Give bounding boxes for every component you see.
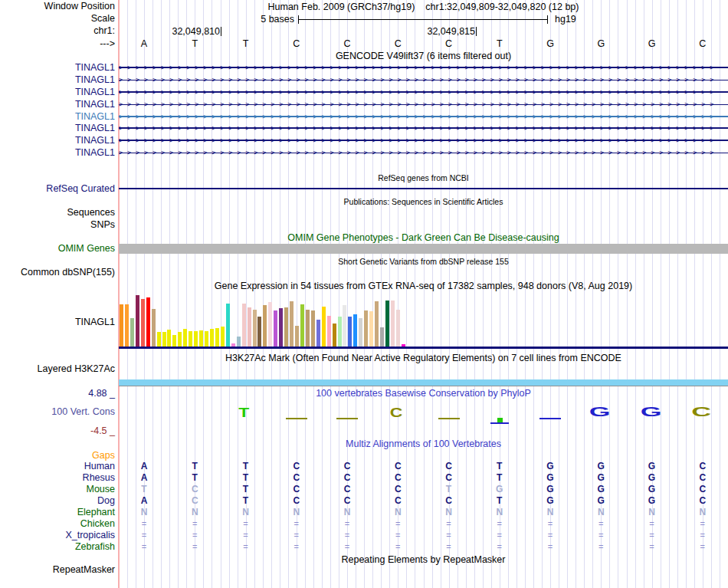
genome-build-label: hg19 <box>555 14 576 25</box>
gtex-bar <box>253 310 257 347</box>
gene-label-tinagl1-7[interactable]: TINAGL1 <box>75 136 115 146</box>
alignment-base: = <box>271 519 322 528</box>
gtex-bar <box>274 310 277 347</box>
alignment-base: = <box>525 542 576 551</box>
gtex-baseline <box>119 347 728 349</box>
gene-transcript-row[interactable]: >>>>>>>>>>>>>>>>>>>>>>>>>>>>>>>>>>>>>>>>… <box>119 75 728 84</box>
phylop-logo-letter: C <box>691 406 711 419</box>
alignment-base: G <box>474 484 525 494</box>
align-label-rhesus[interactable]: Rhesus <box>83 473 115 483</box>
alignment-base: C <box>677 461 728 471</box>
alignment-base: N <box>424 507 474 517</box>
align-label-chicken[interactable]: Chicken <box>80 519 115 529</box>
base-letter: G <box>627 38 677 49</box>
alignment-base: T <box>424 484 474 494</box>
align-label-dog[interactable]: Dog <box>97 496 115 506</box>
gtex-bar <box>162 332 166 347</box>
publications-track-title: Publications: Sequences in Scientific Ar… <box>119 197 728 206</box>
gtex-gene-label[interactable]: TINAGL1 <box>75 317 115 327</box>
alignment-base: G <box>525 461 576 471</box>
gtex-bar <box>263 305 267 347</box>
track-label-snps[interactable]: SNPs <box>90 220 115 230</box>
gene-transcript-row[interactable]: >>>>>>>>>>>>>>>>>>>>>>>>>>>>>>>>>>>>>>>>… <box>119 87 728 97</box>
alignment-base: = <box>221 519 271 528</box>
alignment-base: N <box>677 507 728 517</box>
alignment-base: C <box>677 495 728 506</box>
alignment-base: C <box>372 495 423 506</box>
omim-gene-bar[interactable] <box>119 244 728 254</box>
h3k27ac-signal-bar[interactable] <box>119 379 728 386</box>
gtex-bar <box>210 329 214 347</box>
alignment-base: C <box>322 484 372 494</box>
alignment-base: G <box>576 472 626 483</box>
gtex-bar <box>316 320 320 347</box>
assembly-label: Human Feb. 2009 (GRCh37/hg19) <box>268 2 415 12</box>
alignment-base: = <box>119 531 169 540</box>
track-label-repeatmasker[interactable]: RepeatMasker <box>53 565 115 575</box>
gene-transcript-row[interactable]: >>>>>>>>>>>>>>>>>>>>>>>>>>>>>>>>>>>>>>>>… <box>119 136 728 145</box>
align-label-human[interactable]: Human <box>84 462 115 471</box>
alignment-base: N <box>221 507 271 517</box>
track-label-common-dbsnp[interactable]: Common dbSNP(155) <box>21 268 115 278</box>
alignment-base: = <box>474 531 525 540</box>
align-label-gaps[interactable]: Gaps <box>92 451 115 461</box>
alignment-base: C <box>271 484 322 494</box>
alignment-base: C <box>322 472 372 483</box>
alignment-base: A <box>119 472 169 483</box>
gene-label-tinagl1-5[interactable]: TINAGL1 <box>75 112 115 122</box>
alignment-base: = <box>372 542 423 551</box>
phylop-logo-dash <box>438 418 460 419</box>
track-label-omim-genes[interactable]: OMIM Genes <box>58 244 115 254</box>
gene-transcript-row[interactable]: >>>>>>>>>>>>>>>>>>>>>>>>>>>>>>>>>>>>>>>>… <box>119 63 728 72</box>
gtex-bar <box>348 317 352 347</box>
alignment-base: T <box>221 484 271 494</box>
base-letter: G <box>525 38 576 49</box>
coordinate-left: 32,049,810 <box>172 26 220 37</box>
gene-label-tinagl1-2[interactable]: TINAGL1 <box>75 75 115 85</box>
alignment-base: T <box>221 472 271 483</box>
gtex-bar <box>226 304 230 347</box>
phylop-logo-letter: T <box>238 406 249 419</box>
track-label-100-vert-cons[interactable]: 100 Vert. Cons <box>51 407 115 417</box>
alignment-base: N <box>576 507 626 517</box>
gene-label-tinagl1-8[interactable]: TINAGL1 <box>75 148 115 158</box>
alignment-base: G <box>525 472 576 483</box>
gene-transcript-row[interactable]: >>>>>>>>>>>>>>>>>>>>>>>>>>>>>>>>>>>>>>>>… <box>119 112 728 121</box>
gene-label-tinagl1-4[interactable]: TINAGL1 <box>75 100 115 110</box>
gtex-bar <box>242 304 246 347</box>
align-label-x-tropicalis[interactable]: X_tropicalis <box>65 531 115 540</box>
base-letter: G <box>576 38 626 49</box>
alignment-base: T <box>474 461 525 471</box>
track-label-layered-h3k27ac[interactable]: Layered H3K27Ac <box>38 364 115 374</box>
gene-label-tinagl1-3[interactable]: TINAGL1 <box>75 87 115 97</box>
phylop-logo-letter: G <box>589 406 611 419</box>
align-label-elephant[interactable]: Elephant <box>77 508 115 517</box>
track-label-sequences[interactable]: Sequences <box>67 208 115 218</box>
gtex-bar <box>375 301 379 347</box>
alignment-base: T <box>221 495 271 506</box>
gene-transcript-row[interactable]: >>>>>>>>>>>>>>>>>>>>>>>>>>>>>>>>>>>>>>>>… <box>119 123 728 133</box>
alignment-base: G <box>576 461 626 471</box>
align-label-zebrafish[interactable]: Zebrafish <box>75 542 115 552</box>
gtex-bar <box>248 307 251 347</box>
repeatmasker-track-title: Repeating Elements by RepeatMasker <box>119 554 728 565</box>
alignment-base: N <box>322 507 372 517</box>
coordinate-right: 32,049,815 <box>427 26 475 37</box>
gene-transcript-row[interactable]: >>>>>>>>>>>>>>>>>>>>>>>>>>>>>>>>>>>>>>>>… <box>119 148 728 157</box>
refseq-curated-track-line[interactable] <box>119 188 728 189</box>
gtex-bar <box>172 335 176 347</box>
scale-bar <box>298 19 548 20</box>
track-label-refseq-curated[interactable]: RefSeq Curated <box>46 184 115 194</box>
scale-bar-left-tick <box>298 15 299 24</box>
alignment-base: A <box>119 461 169 471</box>
gene-transcript-row[interactable]: >>>>>>>>>>>>>>>>>>>>>>>>>>>>>>>>>>>>>>>>… <box>119 100 728 109</box>
gene-label-tinagl1-6[interactable]: TINAGL1 <box>75 123 115 133</box>
align-label-mouse[interactable]: Mouse <box>86 485 115 494</box>
alignment-base: N <box>627 507 677 517</box>
gene-label-tinagl1-1[interactable]: TINAGL1 <box>75 63 115 73</box>
alignment-base: = <box>119 542 169 551</box>
coordinate-left-tick <box>221 27 221 36</box>
alignment-base: = <box>627 531 677 540</box>
base-letter: A <box>119 38 169 49</box>
alignment-base: = <box>169 519 220 528</box>
